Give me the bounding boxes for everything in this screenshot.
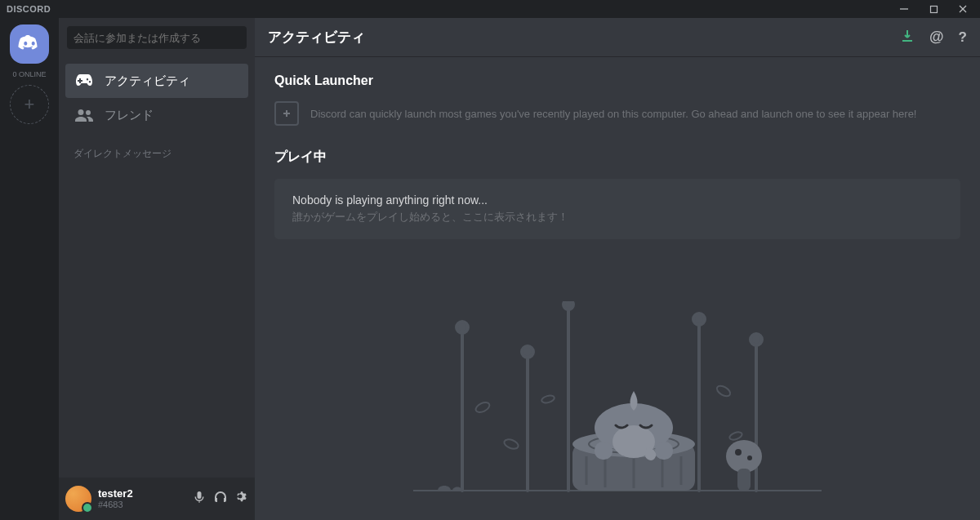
nav-activity[interactable]: アクティビティ (65, 64, 248, 98)
svg-rect-31 (595, 442, 612, 460)
help-icon: ? (959, 29, 967, 45)
main-column: アクティビティ @ ? Quick Launcher Discord can q (255, 18, 980, 520)
home-button[interactable] (10, 24, 49, 64)
window-controls (895, 0, 975, 18)
maximize-button[interactable] (924, 0, 942, 18)
add-server-button[interactable]: + (10, 85, 49, 124)
user-discriminator: #4683 (98, 500, 133, 509)
guild-rail: 0 ONLINE + (0, 18, 59, 520)
close-button[interactable] (954, 0, 972, 18)
controller-icon (75, 74, 93, 87)
headphones-icon (214, 491, 227, 504)
mentions-button[interactable]: @ (929, 29, 944, 46)
settings-button[interactable] (235, 491, 248, 507)
username: tester2 (98, 488, 133, 500)
dm-sidebar: アクティビティ フレンド ダイレクトメッセージ tester2 #4683 (59, 18, 255, 520)
user-info: tester2 #4683 (98, 488, 133, 509)
user-panel: tester2 #4683 (59, 478, 255, 520)
quick-launcher-row: Discord can quickly launch most games yo… (274, 101, 960, 126)
mute-button[interactable] (193, 491, 206, 507)
svg-rect-15 (443, 486, 446, 491)
mic-icon (193, 491, 206, 504)
launch-placeholder-icon (274, 101, 299, 126)
svg-point-8 (693, 313, 705, 325)
svg-point-18 (735, 449, 742, 456)
svg-point-13 (715, 384, 733, 398)
online-count-label: 0 ONLINE (12, 70, 46, 78)
empty-illustration (274, 256, 960, 520)
nav-friends[interactable]: フレンド (65, 98, 248, 132)
svg-rect-16 (456, 487, 458, 491)
nav-friends-label: フレンド (105, 108, 154, 123)
minimize-button[interactable] (895, 0, 913, 18)
at-icon: @ (929, 29, 944, 45)
playing-empty-line2: 誰かがゲームをプレイし始めると、ここに表示されます！ (292, 210, 942, 224)
search-input[interactable] (67, 26, 247, 49)
nav-activity-label: アクティビティ (105, 73, 190, 89)
gear-icon (235, 491, 248, 504)
svg-point-12 (541, 394, 555, 404)
svg-point-5 (457, 322, 468, 333)
plus-icon: + (24, 94, 35, 115)
svg-point-14 (728, 431, 743, 442)
svg-rect-1 (930, 6, 937, 12)
svg-point-17 (726, 440, 762, 473)
playing-empty-line1: Nobody is playing anything right now... (292, 193, 942, 207)
app-brand: DISCORD (5, 4, 51, 14)
playing-title: プレイ中 (274, 149, 960, 166)
discord-logo-icon (18, 35, 41, 53)
svg-point-11 (503, 438, 519, 451)
quick-launcher-desc: Discord can quickly launch most games yo… (310, 108, 916, 120)
svg-point-6 (522, 346, 533, 358)
playing-empty-card: Nobody is playing anything right now... … (274, 179, 960, 239)
svg-rect-32 (655, 442, 673, 460)
avatar[interactable] (65, 486, 91, 512)
svg-point-9 (751, 334, 762, 345)
svg-point-7 (564, 301, 573, 309)
deafen-button[interactable] (214, 491, 227, 507)
friends-icon (75, 109, 93, 122)
download-button[interactable] (900, 29, 915, 47)
dm-section-header: ダイレクトメッセージ (59, 132, 255, 164)
help-button[interactable]: ? (959, 29, 967, 46)
svg-point-19 (747, 456, 752, 460)
svg-rect-20 (737, 469, 751, 491)
titlebar: DISCORD (0, 0, 980, 18)
page-title: アクティビティ (268, 28, 365, 47)
svg-point-10 (474, 401, 492, 415)
download-icon (900, 29, 915, 43)
main-header: アクティビティ @ ? (255, 18, 980, 57)
quick-launcher-title: Quick Launcher (274, 73, 960, 88)
